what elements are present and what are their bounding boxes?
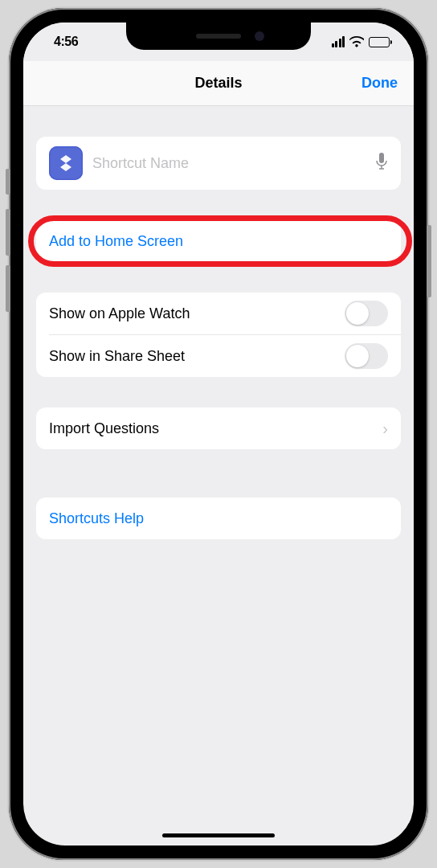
- import-questions-button[interactable]: Import Questions ›: [36, 407, 401, 449]
- shortcut-name-input[interactable]: [92, 155, 366, 172]
- side-button: [6, 169, 10, 194]
- home-indicator[interactable]: [162, 833, 275, 837]
- done-button[interactable]: Done: [361, 75, 398, 92]
- help-label: Shortcuts Help: [49, 510, 144, 527]
- page-title: Details: [194, 75, 242, 92]
- nav-bar: Details Done: [23, 61, 414, 106]
- shortcut-name-card: [36, 137, 401, 190]
- show-share-toggle[interactable]: [345, 343, 388, 369]
- show-in-share-row: Show in Share Sheet: [36, 335, 401, 377]
- import-questions-label: Import Questions: [49, 420, 159, 437]
- screen: 4:56 Details Done: [23, 23, 414, 845]
- show-share-label: Show in Share Sheet: [49, 348, 185, 365]
- add-to-home-screen-button[interactable]: Add to Home Screen: [36, 220, 401, 262]
- volume-down-button: [6, 265, 10, 312]
- battery-icon: [369, 37, 390, 47]
- show-watch-label: Show on Apple Watch: [49, 305, 190, 322]
- power-button: [427, 225, 431, 297]
- cellular-signal-icon: [332, 36, 345, 47]
- notch: [126, 23, 311, 50]
- status-time: 4:56: [54, 35, 78, 49]
- volume-up-button: [6, 209, 10, 256]
- import-card: Import Questions ›: [36, 407, 401, 449]
- wifi-icon: [349, 36, 364, 47]
- show-on-watch-row: Show on Apple Watch: [36, 293, 401, 334]
- show-options-card: Show on Apple Watch Show in Share Sheet: [36, 293, 401, 377]
- microphone-icon[interactable]: [375, 153, 388, 174]
- svg-rect-0: [379, 153, 384, 163]
- show-watch-toggle[interactable]: [345, 301, 388, 326]
- chevron-right-icon: ›: [382, 420, 388, 438]
- add-to-home-label: Add to Home Screen: [49, 233, 183, 250]
- shortcut-app-icon[interactable]: [49, 146, 83, 180]
- add-home-card: Add to Home Screen: [36, 220, 401, 262]
- help-card: Shortcuts Help: [36, 497, 401, 539]
- phone-frame: 4:56 Details Done: [9, 8, 428, 860]
- shortcuts-help-button[interactable]: Shortcuts Help: [36, 497, 401, 539]
